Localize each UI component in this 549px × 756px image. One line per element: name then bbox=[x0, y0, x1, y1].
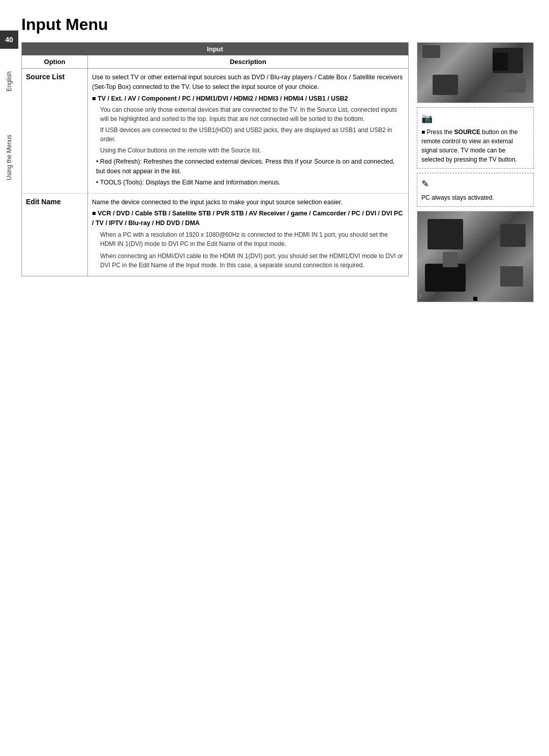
source-note-text: ■ Press the SOURCE button on the remote … bbox=[421, 128, 529, 164]
table-row-source-list: Source List Use to select TV or other ex… bbox=[22, 69, 408, 194]
table-header: Input bbox=[22, 43, 408, 55]
page-number: 40 bbox=[0, 30, 18, 49]
source-list-bullets: Red (Refresh): Refreshes the connected e… bbox=[92, 157, 404, 187]
col-header-option: Option bbox=[22, 55, 88, 68]
pc-note-text: PC always stays activated. bbox=[421, 193, 529, 202]
col-header-description: Description bbox=[88, 55, 408, 68]
source-list-bullet-1: Red (Refresh): Refreshes the connected e… bbox=[96, 157, 404, 176]
input-table: Input Option Description Source List Use… bbox=[21, 42, 409, 276]
vertical-label-menus: Using the Menus bbox=[0, 117, 18, 198]
sidebar-image-2: i bbox=[417, 211, 534, 302]
page-title: Input Menu bbox=[21, 15, 534, 34]
source-list-bullet-2: TOOLS (Tools): Displays the Edit Name an… bbox=[96, 178, 404, 187]
table-column-headers: Option Description bbox=[22, 55, 408, 69]
edit-name-sub-2: When connecting an HDMI/DVI cable to the… bbox=[100, 251, 404, 270]
main-content: Input Menu Input Option Description Sour… bbox=[21, 15, 534, 741]
edit-name-intro: Name the device connected to the input j… bbox=[92, 198, 404, 207]
source-list-description: Use to select TV or other external input… bbox=[88, 69, 408, 193]
content-layout: Input Option Description Source List Use… bbox=[21, 42, 534, 302]
table-row-edit-name: Edit Name Name the device connected to t… bbox=[22, 194, 408, 276]
edit-name-option: Edit Name bbox=[22, 194, 88, 276]
source-list-sub-2: If USB devices are connected to the USB1… bbox=[100, 125, 404, 144]
pc-note-icon: ✎ bbox=[421, 177, 529, 191]
source-note-icon: 📷 bbox=[421, 112, 529, 125]
sidebar-image-placeholder-1 bbox=[417, 43, 533, 103]
edit-name-sub-1: When a PC with a resolution of 1920 x 10… bbox=[100, 230, 404, 248]
note-box-2: ✎ PC always stays activated. bbox=[417, 173, 534, 207]
note-box-1: 📷 ■ Press the SOURCE button on the remot… bbox=[417, 107, 534, 169]
source-list-sub: You can choose only those external devic… bbox=[92, 105, 404, 155]
source-list-sub-3: Using the Colour buttons on the remote w… bbox=[100, 146, 404, 155]
page-number-text: 40 bbox=[5, 36, 13, 44]
source-list-intro: Use to select TV or other external input… bbox=[92, 73, 404, 92]
source-list-option: Source List bbox=[22, 69, 88, 193]
source-list-bold-item: ■ TV / Ext. / AV / Component / PC / HDMI… bbox=[92, 94, 404, 104]
edit-name-sub: When a PC with a resolution of 1920 x 10… bbox=[92, 230, 404, 270]
sidebar: 📷 ■ Press the SOURCE button on the remot… bbox=[417, 42, 534, 302]
edit-name-description: Name the device connected to the input j… bbox=[88, 194, 408, 276]
source-list-sub-1: You can choose only those external devic… bbox=[100, 105, 404, 123]
edit-name-bold-item: ■ VCR / DVD / Cable STB / Satellite STB … bbox=[92, 209, 404, 228]
vertical-label-english: English bbox=[0, 51, 18, 112]
sidebar-image-1 bbox=[417, 42, 534, 103]
